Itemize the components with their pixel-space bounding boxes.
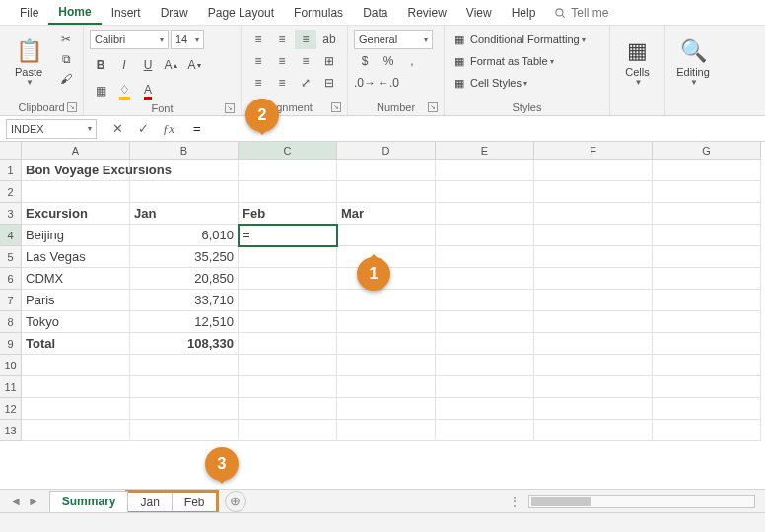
insert-function-button[interactable]: ƒx [160, 120, 177, 138]
accounting-button[interactable]: $ [354, 51, 376, 71]
cell[interactable] [436, 160, 534, 181]
cell[interactable] [239, 290, 337, 311]
row-header[interactable]: 11 [0, 376, 22, 398]
cell[interactable] [534, 376, 653, 398]
font-size-select[interactable]: 14▾ [171, 30, 204, 49]
copy-button[interactable]: ⧉ [55, 49, 77, 69]
sheet-tab-summary[interactable]: Summary [49, 491, 129, 513]
row-header[interactable]: 9 [0, 333, 22, 355]
cell[interactable] [436, 225, 534, 246]
cell[interactable] [130, 355, 239, 376]
cell[interactable] [436, 420, 534, 441]
cell[interactable] [239, 420, 337, 441]
cell[interactable] [22, 355, 130, 376]
dialog-launcher-icon[interactable]: ↘ [428, 102, 438, 112]
cell[interactable]: Jan [130, 203, 239, 225]
percent-button[interactable]: % [378, 51, 399, 71]
align-top-button[interactable]: ≡ [247, 30, 269, 49]
cell[interactable] [436, 311, 534, 333]
row-header[interactable]: 8 [0, 311, 22, 333]
cell[interactable]: Excursion [22, 203, 130, 225]
sheet-tab-feb[interactable]: Feb [172, 492, 218, 512]
cell[interactable] [653, 203, 761, 225]
cell[interactable]: CDMX [22, 268, 130, 290]
cell[interactable] [22, 420, 130, 441]
tab-file[interactable]: File [10, 2, 48, 24]
cell[interactable] [239, 398, 337, 420]
cell[interactable] [239, 376, 337, 398]
cell[interactable] [653, 355, 761, 376]
cell[interactable]: Beijing [22, 225, 130, 246]
row-header[interactable]: 6 [0, 268, 22, 290]
cell[interactable] [436, 203, 534, 225]
shrink-font-button[interactable]: A▼ [184, 55, 206, 75]
cell[interactable] [130, 376, 239, 398]
tab-home[interactable]: Home [48, 1, 101, 25]
tab-draw[interactable]: Draw [151, 2, 198, 24]
tab-view[interactable]: View [456, 2, 502, 24]
cell[interactable] [337, 225, 436, 246]
col-header-D[interactable]: D [337, 142, 436, 160]
increase-indent-button[interactable]: ≡ [271, 73, 293, 93]
cell[interactable] [239, 160, 337, 181]
underline-button[interactable]: U [137, 55, 159, 75]
cell[interactable] [653, 246, 761, 268]
row-header[interactable]: 2 [0, 181, 22, 203]
font-name-select[interactable]: Calibri▾ [90, 30, 169, 49]
cell[interactable] [534, 333, 653, 355]
dialog-launcher-icon[interactable]: ↘ [331, 102, 341, 112]
cell[interactable] [534, 311, 653, 333]
active-cell[interactable]: = [239, 225, 337, 246]
cell[interactable] [239, 333, 337, 355]
cell[interactable] [337, 420, 436, 441]
conditional-formatting-button[interactable]: ▦Conditional Formatting▾ [451, 30, 590, 49]
cell[interactable] [239, 311, 337, 333]
row-header[interactable]: 4 [0, 225, 22, 246]
cell[interactable] [337, 376, 436, 398]
wrap-text-button[interactable]: ab [318, 30, 340, 49]
cell[interactable] [653, 225, 761, 246]
tell-me-search[interactable]: Tell me [553, 6, 608, 20]
col-header-B[interactable]: B [130, 142, 239, 160]
select-all-corner[interactable] [0, 142, 22, 160]
cell[interactable] [337, 355, 436, 376]
align-right-button[interactable]: ≡ [295, 51, 316, 71]
fill-color-button[interactable]: ♢ [113, 81, 135, 100]
cell[interactable] [436, 333, 534, 355]
cell[interactable] [534, 225, 653, 246]
cells-button[interactable]: ▦Cells▼ [616, 30, 659, 95]
cancel-formula-button[interactable]: ✕ [108, 120, 126, 138]
increase-decimal-button[interactable]: .0→ [354, 73, 376, 93]
format-painter-button[interactable]: 🖌 [55, 69, 77, 89]
cell[interactable] [534, 398, 653, 420]
row-header[interactable]: 3 [0, 203, 22, 225]
cell[interactable] [436, 290, 534, 311]
cut-button[interactable]: ✂ [55, 30, 77, 49]
cell[interactable] [239, 268, 337, 290]
col-header-F[interactable]: F [534, 142, 653, 160]
cell[interactable]: 33,710 [130, 290, 239, 311]
cell[interactable]: Paris [22, 290, 130, 311]
align-bottom-button[interactable]: ≡ [295, 30, 316, 49]
cell[interactable]: Las Vegas [22, 246, 130, 268]
cell[interactable] [653, 420, 761, 441]
cell[interactable] [436, 376, 534, 398]
cell[interactable] [534, 203, 653, 225]
cell[interactable] [337, 160, 436, 181]
cell[interactable]: 12,510 [130, 311, 239, 333]
cell[interactable] [436, 398, 534, 420]
cell[interactable] [436, 355, 534, 376]
cell[interactable] [534, 246, 653, 268]
cell[interactable] [653, 311, 761, 333]
dialog-launcher-icon[interactable]: ↘ [225, 103, 235, 113]
tab-data[interactable]: Data [353, 2, 397, 24]
cell[interactable]: 6,010 [130, 225, 239, 246]
cell[interactable] [653, 290, 761, 311]
cell[interactable] [130, 420, 239, 441]
align-left-button[interactable]: ≡ [247, 51, 269, 71]
cell[interactable]: 20,850 [130, 268, 239, 290]
cell[interactable]: 108,330 [130, 333, 239, 355]
cell[interactable] [653, 333, 761, 355]
cell[interactable] [534, 181, 653, 203]
row-header[interactable]: 1 [0, 160, 22, 181]
